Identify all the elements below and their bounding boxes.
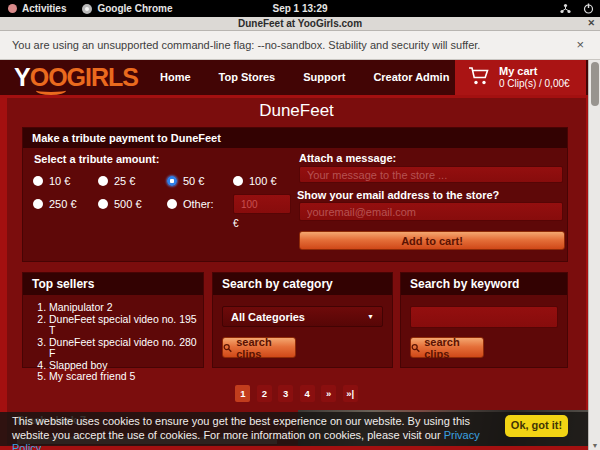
- window-close-icon[interactable]: ✕: [587, 18, 595, 28]
- window-title: DuneFeet at YooGirls.com: [238, 18, 362, 29]
- email-input[interactable]: [299, 202, 563, 221]
- add-to-cart-button[interactable]: Add to cart!: [299, 231, 565, 250]
- nav-home[interactable]: Home: [146, 60, 205, 95]
- cookie-message: This website uses cookies to ensure you …: [12, 415, 495, 450]
- system-top-bar: Activities Google Chrome Sep 1 13:29: [0, 0, 600, 17]
- search-clips-keyword-button[interactable]: search clips: [410, 337, 484, 358]
- activities-button[interactable]: Activities: [0, 0, 74, 17]
- cookie-accept-button[interactable]: Ok, got it!: [505, 415, 568, 437]
- amount-option-label: 50 €: [183, 175, 204, 187]
- page-button-last[interactable]: »|: [343, 385, 358, 402]
- nav-top-stores[interactable]: Top Stores: [205, 60, 290, 95]
- currency-suffix: €: [233, 218, 239, 229]
- logo-part-y: Y: [14, 63, 30, 91]
- screen: Activities Google Chrome Sep 1 13:29 Dun…: [0, 0, 600, 450]
- scrollbar-thumb[interactable]: [591, 62, 599, 106]
- amount-option-other[interactable]: Other:: [167, 198, 214, 210]
- amount-option-label: 250 €: [49, 198, 77, 210]
- logo-smile-shape: [36, 86, 66, 95]
- category-dropdown[interactable]: All Categories ▼: [222, 306, 383, 327]
- scrollbar[interactable]: ▼: [588, 60, 600, 450]
- page-button-4[interactable]: 4: [300, 385, 315, 402]
- logo-part-girls: GIRLS: [67, 63, 138, 91]
- page-button-3[interactable]: 3: [278, 385, 293, 402]
- warning-close-icon[interactable]: ×: [576, 37, 584, 52]
- cookie-notice-bar: This website uses cookies to ensure you …: [0, 412, 588, 446]
- amount-label: Select a tribute amount:: [34, 153, 159, 165]
- top-seller-item[interactable]: My scared friend 5: [49, 371, 203, 383]
- amount-option-label: Other:: [183, 198, 214, 210]
- search-icon: [223, 343, 232, 353]
- top-sellers-panel: Top sellers Manipulator 2 DuneFeet speci…: [22, 272, 204, 368]
- page-button-1[interactable]: 1: [235, 385, 250, 402]
- browser-titlebar[interactable]: DuneFeet at YooGirls.com ✕: [0, 17, 600, 31]
- cookie-message-text: This website uses cookies to ensure you …: [12, 415, 470, 441]
- cart-icon: [468, 66, 490, 90]
- radio-icon: [233, 176, 243, 186]
- scrollbar-down-arrow-icon[interactable]: ▼: [589, 442, 600, 449]
- browser-warning-bar: You are using an unsupported command-lin…: [0, 31, 600, 60]
- amount-option-250[interactable]: 250 €: [33, 198, 77, 210]
- radio-icon: [98, 176, 108, 186]
- radio-icon: [167, 199, 177, 209]
- network-icon[interactable]: [560, 3, 571, 14]
- amount-option-50-selected[interactable]: 50 €: [167, 175, 204, 187]
- search-clips-label: search clips: [424, 336, 483, 360]
- radio-selected-icon: [167, 176, 177, 186]
- warning-text: You are using an unsupported command-lin…: [12, 39, 480, 51]
- chrome-icon: [82, 4, 92, 14]
- email-label: Show your email address to the store?: [297, 189, 499, 201]
- app-menu-button[interactable]: Google Chrome: [74, 0, 180, 17]
- other-amount-input[interactable]: [233, 194, 291, 214]
- top-seller-item[interactable]: Manipulator 2: [49, 302, 203, 314]
- search-keyword-header: Search by keyword: [401, 273, 567, 295]
- app-menu-label: Google Chrome: [97, 3, 172, 14]
- my-cart-button[interactable]: My cart 0 Clip(s) / 0,00€: [455, 60, 586, 95]
- tribute-panel-header: Make a tribute payment to DuneFeet: [23, 128, 567, 148]
- nav-creator-admin[interactable]: Creator Admin: [359, 60, 463, 95]
- amount-option-label: 500 €: [114, 198, 142, 210]
- search-clips-label: search clips: [236, 336, 295, 360]
- top-seller-item[interactable]: DuneFeet special video no. 195 T: [49, 314, 203, 337]
- radio-icon: [33, 199, 43, 209]
- page-button-2[interactable]: 2: [257, 385, 272, 402]
- amount-option-label: 100 €: [249, 175, 277, 187]
- amount-option-10[interactable]: 10 €: [33, 175, 70, 187]
- page-title: DuneFeet: [7, 101, 586, 121]
- nav-support[interactable]: Support: [289, 60, 359, 95]
- top-sellers-list: Manipulator 2 DuneFeet special video no.…: [49, 302, 203, 383]
- radio-icon: [33, 176, 43, 186]
- power-icon[interactable]: [583, 3, 594, 14]
- amount-option-25[interactable]: 25 €: [98, 175, 135, 187]
- pagination: 1 2 3 4 » »|: [7, 383, 586, 402]
- message-label: Attach a message:: [299, 152, 396, 164]
- search-icon: [411, 343, 420, 353]
- amount-option-label: 25 €: [114, 175, 135, 187]
- activities-icon: [8, 4, 17, 13]
- amount-option-label: 10 €: [49, 175, 70, 187]
- search-category-header: Search by category: [213, 273, 392, 295]
- category-dropdown-value: All Categories: [231, 311, 305, 323]
- top-sellers-header: Top sellers: [23, 273, 203, 295]
- keyword-input[interactable]: [410, 306, 558, 328]
- site-logo[interactable]: YOOGIRLS: [14, 62, 138, 93]
- amount-option-100[interactable]: 100 €: [233, 175, 277, 187]
- radio-icon: [98, 199, 108, 209]
- search-clips-category-button[interactable]: search clips: [222, 337, 296, 358]
- amount-option-500[interactable]: 500 €: [98, 198, 142, 210]
- message-input[interactable]: [299, 166, 563, 183]
- chevron-down-icon: ▼: [367, 313, 374, 320]
- activities-label: Activities: [22, 3, 66, 14]
- cart-summary: 0 Clip(s) / 0,00€: [499, 78, 570, 90]
- main-nav: Home Top Stores Support Creator Admin: [146, 60, 463, 95]
- cart-title: My cart: [499, 65, 570, 78]
- page-button-next[interactable]: »: [321, 385, 336, 402]
- top-seller-item[interactable]: DuneFeet special video no. 280 F: [49, 337, 203, 360]
- site-header: YOOGIRLS Home Top Stores Support Creator…: [0, 60, 600, 95]
